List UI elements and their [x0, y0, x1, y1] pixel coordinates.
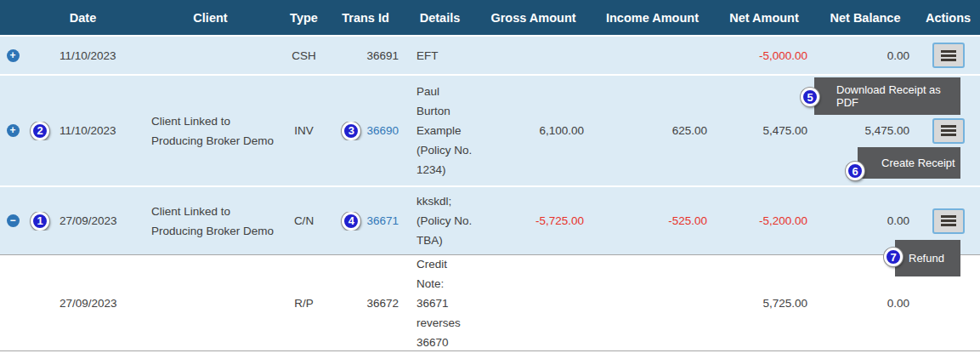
refund-tooltip[interactable]: 7 Refund	[895, 240, 960, 276]
hamburger-icon	[941, 215, 956, 218]
annotation-badge-4: 4	[342, 212, 360, 231]
col-header-date: Date	[25, 11, 140, 25]
type-cell: INV	[280, 124, 327, 137]
trans-id-link[interactable]: 36690	[366, 124, 399, 137]
gross-amount-cell: -5,725.00	[476, 214, 591, 227]
gross-amount-cell: 6,100.00	[476, 124, 591, 137]
net-amount-cell: -5,200.00	[714, 214, 814, 227]
details-cell: Credit Note: 36671 reverses 36670	[404, 254, 476, 352]
row-actions-menu-button[interactable]	[932, 208, 965, 234]
annotation-badge-2: 2	[31, 122, 49, 140]
trans-id-link[interactable]: 36671	[366, 214, 399, 227]
type-cell: R/P	[280, 297, 327, 310]
type-cell: C/N	[280, 214, 327, 227]
annotation-badge-6: 6	[846, 162, 864, 180]
table-header: Date Client Type Trans Id Details Gross …	[0, 0, 980, 37]
hamburger-icon	[941, 125, 956, 128]
table-row: + 11/10/2023 CSH 36691 EFT -5,000.00 0.0…	[0, 37, 980, 76]
client-cell: Client Linked to Producing Broker Demo	[140, 111, 280, 151]
net-amount-cell: -5,000.00	[714, 49, 814, 62]
col-header-gross-amount: Gross Amount	[476, 11, 591, 25]
details-cell: EFT	[404, 46, 476, 66]
hamburger-icon	[941, 50, 956, 53]
col-header-actions: Actions	[916, 11, 980, 25]
transactions-table: Date Client Type Trans Id Details Gross …	[0, 0, 980, 359]
expand-plus-icon[interactable]: +	[7, 49, 20, 62]
create-receipt-tooltip[interactable]: 6 Create Receipt	[858, 147, 960, 179]
col-header-details: Details	[404, 11, 476, 25]
expand-plus-icon[interactable]: +	[7, 124, 20, 137]
details-cell: Paul Burton Example (Policy No. 1234)	[404, 82, 476, 180]
col-header-income-amount: Income Amount	[591, 11, 714, 25]
income-amount-cell: 625.00	[591, 124, 714, 137]
table-row: − 1 27/09/2023 Client Linked to Producin…	[0, 187, 980, 255]
annotation-badge-3: 3	[342, 122, 360, 140]
annotation-badge-1: 1	[31, 212, 49, 231]
date-cell: 27/09/2023	[54, 297, 140, 310]
date-cell: 27/09/2023	[54, 214, 140, 227]
tooltip-label: Create Receipt	[881, 157, 955, 169]
annotation-badge-7: 7	[884, 248, 903, 266]
net-balance-cell: 5,475.00	[814, 124, 916, 137]
details-cell: kkskdl; (Policy No. TBA)	[404, 191, 476, 250]
col-header-trans-id: Trans Id	[327, 11, 404, 25]
trans-id: 36672	[366, 297, 399, 310]
table-row: 27/09/2023 R/P 36672 Credit Note: 36671 …	[0, 255, 980, 351]
net-balance-cell: 0.00	[814, 297, 916, 310]
row-actions-menu-button[interactable]	[932, 43, 965, 68]
net-amount-cell: 5,725.00	[714, 297, 814, 310]
tooltip-label: Download Receipt as PDF	[836, 83, 960, 109]
net-balance-cell: 0.00	[814, 214, 916, 227]
net-balance-cell: 0.00	[814, 49, 916, 62]
col-header-net-amount: Net Amount	[714, 11, 814, 25]
net-amount-cell: 5,475.00	[714, 124, 814, 137]
download-receipt-tooltip[interactable]: 5 Download Receipt as PDF	[814, 77, 960, 115]
client-cell: Client Linked to Producing Broker Demo	[140, 202, 280, 241]
tooltip-label: Refund	[909, 252, 944, 265]
date-cell: 11/10/2023	[54, 124, 140, 137]
date-cell: 11/10/2023	[54, 49, 140, 62]
income-amount-cell: -525.00	[591, 214, 714, 227]
type-cell: CSH	[280, 49, 327, 62]
collapse-minus-icon[interactable]: −	[7, 214, 20, 227]
trans-id: 36691	[366, 49, 399, 62]
col-header-type: Type	[280, 11, 327, 25]
annotation-badge-5: 5	[801, 88, 819, 106]
col-header-client: Client	[140, 11, 280, 25]
col-header-net-balance: Net Balance	[814, 11, 916, 25]
row-actions-menu-button[interactable]	[932, 118, 965, 144]
